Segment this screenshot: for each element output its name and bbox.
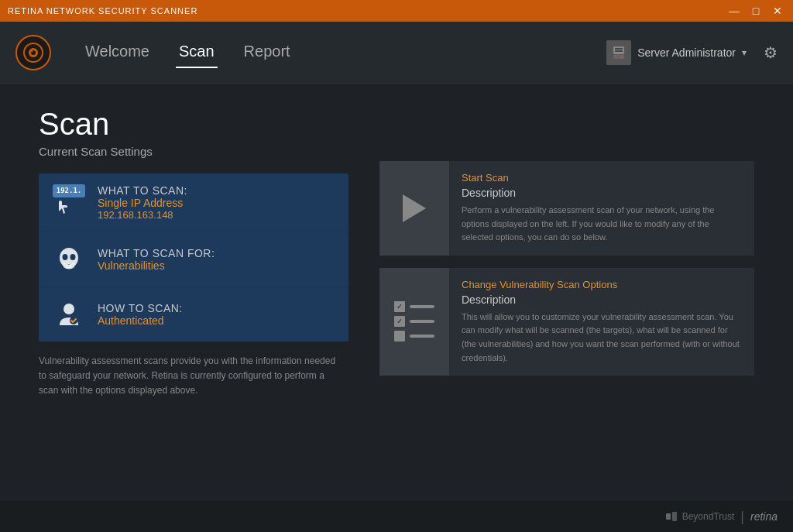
start-scan-desc-title: Description [462,187,742,199]
svg-rect-18 [672,512,677,521]
scan-auth-text: HOW TO SCAN: Authenticated [98,302,183,327]
nav-links: Welcome Scan Report [82,36,606,68]
navbar: Welcome Scan Report Server Administrator… [0,22,793,84]
close-button[interactable]: ✕ [770,5,785,17]
checklist-box-2 [394,316,405,327]
checklist-box-1 [394,301,405,312]
titlebar-title: RETINA NETWORK SECURITY SCANNER [8,6,197,15]
footer-product: retina [750,510,778,523]
start-scan-link[interactable]: Start Scan [462,172,742,184]
footer-logo: BeyondTrust [665,510,735,523]
svg-point-11 [70,254,76,260]
scan-description: Vulnerability assessment scans provide y… [39,354,341,399]
scan-target-value: Single IP Address [98,197,187,209]
checklist-row-3 [394,331,434,342]
svg-rect-17 [666,513,671,520]
scan-target-ip: 192.168.163.148 [98,209,187,221]
svg-point-15 [64,304,74,314]
change-options-link[interactable]: Change Vulnerability Scan Options [462,279,742,290]
checklist-line-3 [410,335,434,338]
person-icon-area [53,298,85,331]
settings-icon[interactable]: ⚙ [764,43,778,62]
minimize-button[interactable]: — [726,5,742,17]
nav-welcome[interactable]: Welcome [82,36,153,68]
user-avatar [606,40,631,65]
maximize-button[interactable]: □ [748,5,764,17]
svg-point-3 [31,50,33,52]
ip-icon-area: 192.1. [53,187,85,219]
scan-vuln-value: Vulnerabilities [98,259,215,272]
footer-divider: | [740,509,744,525]
cursor-icon [53,201,74,218]
page-subtitle: Current Scan Settings [39,145,348,158]
start-scan-card[interactable]: Start Scan Description Perform a vulnera… [379,161,754,256]
scan-vuln-text: WHAT TO SCAN FOR: Vulnerabilities [98,247,215,272]
left-column: Scan Current Scan Settings 192.1. WHAT T… [39,107,348,399]
nav-scan[interactable]: Scan [176,36,218,68]
checklist-line-1 [410,305,434,308]
skull-icon-area [53,243,85,276]
svg-rect-5 [615,48,623,50]
user-icon-wrap: Server Administrator ▾ [606,40,747,65]
checklist-row-2 [394,316,434,327]
scan-auth-label: HOW TO SCAN: [98,302,183,314]
scan-auth-value: Authenticated [98,314,183,327]
change-options-text: This will allow you to customize your vu… [462,311,742,365]
play-icon-area [379,161,449,256]
user-name: Server Administrator [637,46,736,59]
change-options-body: Change Vulnerability Scan Options Descri… [449,268,754,376]
page-title: Scan [39,107,348,142]
logo-area [15,35,51,70]
user-dropdown-icon[interactable]: ▾ [742,47,747,58]
start-scan-text: Perform a vulnerability assessment scan … [462,204,742,245]
play-triangle-icon [403,194,426,222]
checklist-icon-area [379,268,449,376]
scan-vuln-row[interactable]: WHAT TO SCAN FOR: Vulnerabilities [39,232,348,287]
user-server-icon [610,44,627,61]
scan-target-label: WHAT TO SCAN: [98,184,187,197]
main-content: Scan Current Scan Settings 192.1. WHAT T… [0,84,793,422]
scan-vuln-label: WHAT TO SCAN FOR: [98,247,215,259]
right-column: Start Scan Description Perform a vulnera… [379,107,754,399]
checklist-row-1 [394,301,434,312]
footer-brand: BeyondTrust [682,511,735,522]
scan-settings-panel: 192.1. WHAT TO SCAN: Single IP Address 1… [39,173,348,342]
scan-auth-row[interactable]: HOW TO SCAN: Authenticated [39,287,348,342]
footer: BeyondTrust | retina [0,501,793,532]
svg-rect-6 [615,50,623,52]
change-options-card[interactable]: Change Vulnerability Scan Options Descri… [379,268,754,376]
checklist-box-3 [394,331,405,342]
change-options-desc-title: Description [462,293,742,306]
checklist-icon [394,301,434,342]
eye-icon [22,42,44,63]
start-scan-body: Start Scan Description Perform a vulnera… [449,161,754,256]
app-logo [15,35,51,70]
svg-point-8 [621,56,623,57]
person-icon [55,300,83,328]
beyondtrust-icon [665,510,678,523]
nav-report[interactable]: Report [241,36,294,68]
user-area: Server Administrator ▾ ⚙ [606,40,778,65]
svg-point-10 [63,254,68,260]
titlebar: RETINA NETWORK SECURITY SCANNER — □ ✕ [0,0,793,22]
checklist-line-2 [410,320,434,323]
titlebar-controls: — □ ✕ [726,5,785,17]
scan-target-text: WHAT TO SCAN: Single IP Address 192.168.… [98,184,187,221]
skull-icon [55,245,83,273]
scan-target-row[interactable]: 192.1. WHAT TO SCAN: Single IP Address 1… [39,173,348,232]
